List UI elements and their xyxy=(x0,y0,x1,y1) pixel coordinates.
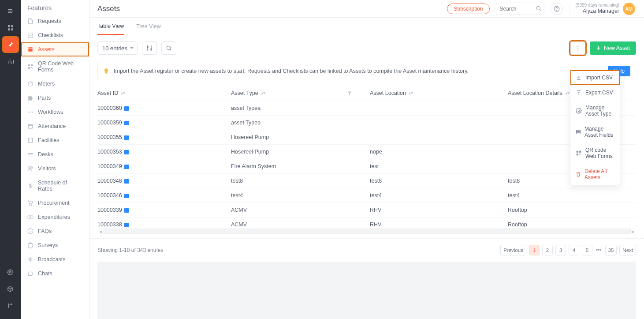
pager-page-5[interactable]: 5 xyxy=(582,245,592,255)
help-icon[interactable] xyxy=(551,3,563,15)
pager-next[interactable]: Next xyxy=(619,245,636,255)
sidebar-item-label: Procurement xyxy=(38,200,70,206)
asset-badge-icon xyxy=(124,106,129,111)
person-icon xyxy=(27,165,34,172)
cell-asset-location: test xyxy=(370,163,508,169)
cell-asset-location: RHV xyxy=(370,221,508,227)
menu-item-import-csv[interactable]: Import CSV xyxy=(570,70,620,85)
cell-asset-id: 10000348 xyxy=(97,178,231,184)
svg-point-24 xyxy=(32,112,33,113)
sidebar-item-parts[interactable]: Parts xyxy=(21,91,89,105)
sidebar-item-surveys[interactable]: Surveys xyxy=(21,238,89,252)
sidebar-item-visitors[interactable]: Visitors xyxy=(21,161,89,176)
sidebar-item-expenditures[interactable]: Expenditures xyxy=(21,210,89,224)
menu-item-export-csv[interactable]: Export CSV xyxy=(570,85,620,100)
table-row[interactable]: 10000360asset Typea xyxy=(97,101,636,116)
sidebar-item-checklists[interactable]: Checklists xyxy=(21,28,89,42)
table-row[interactable]: 10000355Hosereel Pump xyxy=(97,130,636,145)
sidebar-item-attendance[interactable]: Attendance xyxy=(21,119,89,133)
cell-asset-type: asset Typea xyxy=(231,120,370,126)
entries-select[interactable]: 10 entries xyxy=(97,41,138,55)
menu-item-manage-asset-fields[interactable]: Manage Asset Fields xyxy=(570,121,620,143)
tab-table-view[interactable]: Table View xyxy=(97,18,124,35)
cell-asset-location: RHV xyxy=(370,207,508,213)
sidebar-item-label: Requests xyxy=(38,18,61,24)
menu-item-manage-asset-type[interactable]: Manage Asset Type xyxy=(570,100,620,121)
column-header-assetType[interactable]: Asset Type▴▾ xyxy=(231,90,370,96)
pager-page-2[interactable]: 2 xyxy=(542,245,553,255)
rail-analytics[interactable] xyxy=(3,54,18,69)
column-header-assetLocation[interactable]: Asset Location▴▾ xyxy=(370,90,508,96)
filter-icon[interactable] xyxy=(347,90,352,96)
more-menu-button[interactable] xyxy=(570,41,585,55)
menu-item-delete-all-assets[interactable]: Delete All Assets xyxy=(570,164,620,185)
sidebar-item-facilities[interactable]: Facilities xyxy=(21,133,89,147)
rail-package[interactable] xyxy=(3,282,18,297)
meter-icon xyxy=(27,81,34,87)
cell-asset-type: ACMV xyxy=(231,207,370,213)
cell-asset-id: 10000339 xyxy=(97,207,231,213)
asset-badge-icon xyxy=(124,121,129,125)
sidebar-item-meters[interactable]: Meters xyxy=(21,77,89,91)
pager-page-3[interactable]: 3 xyxy=(555,245,566,255)
sidebar-item-assets[interactable]: Assets xyxy=(21,42,89,56)
horizontal-scrollbar[interactable]: ◂ ▸ xyxy=(97,228,636,235)
pagination: Previous12345•••35Next xyxy=(500,245,636,255)
rail-settings[interactable] xyxy=(3,265,18,280)
pager-page-1[interactable]: 1 xyxy=(529,245,540,255)
menu-item-label: Import CSV xyxy=(585,75,613,81)
page-title: Assets xyxy=(97,4,447,13)
table-row[interactable]: 10000339ACMVRHVRooftop xyxy=(97,203,636,218)
table-row[interactable]: 10000349Fire Alarm Systemtest xyxy=(97,159,636,174)
svg-rect-25 xyxy=(28,124,32,128)
top-bar: Assets Subscription (9999 days remaining… xyxy=(89,0,644,18)
subscription-button[interactable]: Subscription xyxy=(447,4,489,14)
sidebar-item-desks[interactable]: Desks xyxy=(21,147,89,161)
sidebar-item-faqs[interactable]: FAQs xyxy=(21,224,89,238)
new-asset-button[interactable]: New Asset xyxy=(590,41,636,55)
svg-point-62 xyxy=(577,49,578,50)
sidebar-item-requests[interactable]: Requests xyxy=(21,14,89,28)
cell-asset-id: 10000353 xyxy=(97,149,231,155)
sidebar-item-schedule-of-rates[interactable]: Schedule of Rates xyxy=(21,176,89,196)
sidebar-item-chats[interactable]: Chats xyxy=(21,266,89,281)
sidebar-item-workflows[interactable]: Workflows xyxy=(21,105,89,119)
sidebar-item-broadcasts[interactable]: Broadcasts xyxy=(21,252,89,266)
table-row[interactable]: 10000338ACMVRHVRooftop xyxy=(97,218,636,227)
table-row[interactable]: 10000353Hosereel Pumpnope xyxy=(97,145,636,159)
column-header-assetId[interactable]: Asset ID▴▾ xyxy=(97,90,231,96)
table-row[interactable]: 10000348test8test8test8 xyxy=(97,174,636,188)
menu-item-qr-code-web-forms[interactable]: QR code Web Forms xyxy=(570,143,620,164)
more-menu-wrap xyxy=(570,41,585,55)
pager-previous[interactable]: Previous xyxy=(500,245,526,255)
sidebar-item-procurement[interactable]: Procurement xyxy=(21,196,89,210)
gear-icon xyxy=(7,269,14,276)
rail-menu-toggle[interactable] xyxy=(3,4,18,19)
puzzle-icon xyxy=(27,95,34,101)
asset-badge-icon xyxy=(124,194,129,198)
rail-branch[interactable] xyxy=(3,299,18,314)
svg-rect-4 xyxy=(11,25,13,27)
menu-icon xyxy=(7,8,14,15)
check-icon xyxy=(27,32,34,38)
sidebar-item-qr-code-web-forms[interactable]: QR Code Web Forms xyxy=(21,56,89,77)
pager-page-35[interactable]: 35 xyxy=(605,245,617,255)
rail-dashboard[interactable] xyxy=(3,20,18,35)
table-row[interactable]: 10000359asset Typea xyxy=(97,116,636,130)
svg-rect-19 xyxy=(31,67,32,68)
search-icon-button[interactable] xyxy=(161,41,176,55)
sound-icon xyxy=(27,256,34,263)
scroll-right-icon[interactable]: ▸ xyxy=(630,228,636,235)
settings-icon-button[interactable] xyxy=(142,41,157,55)
svg-rect-20 xyxy=(32,68,33,69)
table-row[interactable]: 10000346test4test4test4 xyxy=(97,188,636,203)
cell-asset-id: 10000360 xyxy=(97,105,231,111)
asset-badge-icon xyxy=(124,135,129,140)
pager-page-4[interactable]: 4 xyxy=(569,245,579,255)
user-block[interactable]: (9999 days remaining) Alyza Manager AM xyxy=(569,3,636,15)
qr-icon xyxy=(576,150,582,156)
tab-tree-view[interactable]: Tree View xyxy=(136,19,161,34)
sidebar-item-label: Attendance xyxy=(38,123,66,129)
rail-assets-module[interactable] xyxy=(3,37,18,52)
svg-rect-70 xyxy=(579,151,581,153)
